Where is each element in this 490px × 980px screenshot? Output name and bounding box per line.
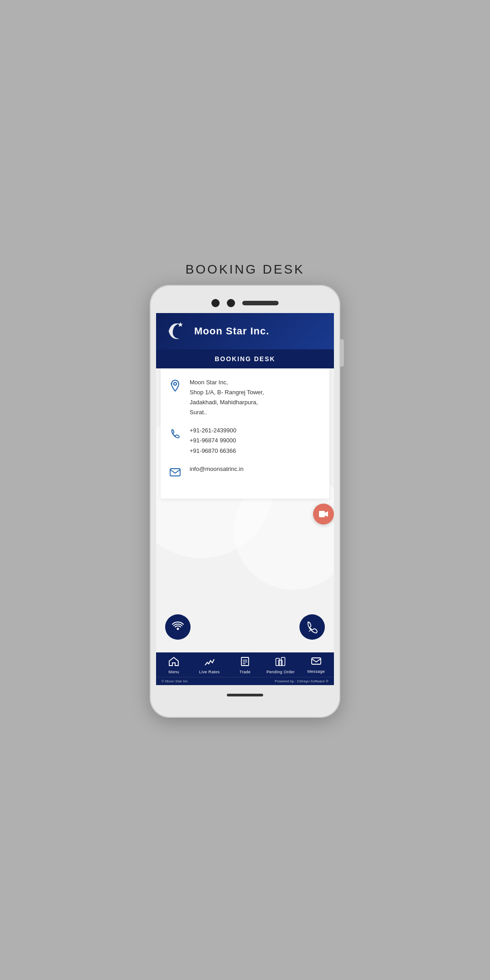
phone-icon	[168, 426, 182, 441]
pending-icon	[275, 657, 285, 668]
footer-bar: © Moon Star Inc Powered by : Chirayu Sof…	[156, 677, 334, 685]
page-title: BOOKING DESK	[186, 262, 305, 277]
svg-rect-10	[276, 658, 279, 666]
book-icon	[241, 657, 249, 668]
svg-point-1	[174, 382, 176, 385]
broadcast-call-button[interactable]	[165, 614, 191, 640]
app-header: Moon Star Inc.	[156, 313, 334, 349]
nav-item-message[interactable]: Message	[299, 657, 334, 674]
home-indicator	[227, 694, 263, 696]
svg-rect-12	[281, 657, 285, 666]
nav-label-message: Message	[308, 669, 325, 674]
phone-row: +91-261-2439900 +91-96874 99000 +91-9687…	[168, 426, 322, 456]
svg-rect-4	[319, 511, 325, 517]
logo-icon	[165, 320, 191, 342]
nav-item-pending-order[interactable]: Pending Order	[263, 657, 298, 674]
email-row: info@moonsatrinc.in	[168, 464, 322, 480]
booking-header: BOOKING DESK	[156, 349, 334, 368]
svg-rect-11	[279, 660, 282, 666]
footer-right: Powered by : Chirayu Software ®	[275, 679, 328, 683]
logo-area: Moon Star Inc.	[165, 320, 270, 342]
whatsapp-call-button[interactable]	[299, 614, 325, 640]
booking-section: BOOKING DESK	[156, 349, 334, 499]
booking-header-text: BOOKING DESK	[215, 355, 275, 363]
address-row: Moon Star Inc, Shop 1/A, B- Rangrej Towe…	[168, 377, 322, 417]
phone-bottom-bar	[156, 685, 334, 705]
speaker-bar	[242, 301, 279, 305]
nav-label-menu: Menu	[168, 670, 179, 674]
nav-label-pending-order: Pending Order	[266, 670, 294, 674]
footer-left: © Moon Star Inc	[162, 679, 188, 683]
home-icon	[169, 657, 179, 668]
phone-frame: Moon Star Inc. BOOKING DESK	[150, 285, 340, 718]
screen-content: Moon Star Inc. BOOKING DESK	[156, 313, 334, 685]
email-icon	[168, 465, 182, 480]
svg-rect-3	[170, 469, 180, 476]
nav-label-trade: Trade	[240, 670, 251, 674]
nav-label-live-rates: Live Rates	[199, 670, 220, 674]
camera-dot-1	[211, 299, 220, 307]
phone-text: +91-261-2439900 +91-96874 99000 +91-9687…	[190, 426, 236, 456]
svg-marker-0	[178, 322, 183, 327]
phone-top-bar	[156, 293, 334, 313]
page-wrapper: BOOKING DESK	[122, 262, 368, 718]
camera-dot-2	[227, 299, 235, 307]
address-text: Moon Star Inc, Shop 1/A, B- Rangrej Towe…	[190, 377, 264, 417]
location-icon	[168, 378, 182, 393]
email-text: info@moonsatrinc.in	[190, 464, 244, 474]
message-icon	[311, 657, 321, 668]
logo-text: Moon Star Inc.	[194, 325, 270, 337]
booking-card: Moon Star Inc, Shop 1/A, B- Rangrej Towe…	[161, 368, 329, 499]
svg-point-5	[177, 628, 179, 630]
video-call-button[interactable]	[313, 504, 334, 524]
nav-item-menu[interactable]: Menu	[156, 657, 191, 674]
nav-item-trade[interactable]: Trade	[227, 657, 263, 674]
bottom-navigation: Menu Live Rates	[156, 652, 334, 677]
nav-item-live-rates[interactable]: Live Rates	[191, 657, 227, 674]
chart-icon	[205, 657, 215, 668]
phone-screen: Moon Star Inc. BOOKING DESK	[156, 293, 334, 705]
svg-rect-13	[312, 658, 321, 664]
svg-rect-6	[241, 657, 249, 666]
